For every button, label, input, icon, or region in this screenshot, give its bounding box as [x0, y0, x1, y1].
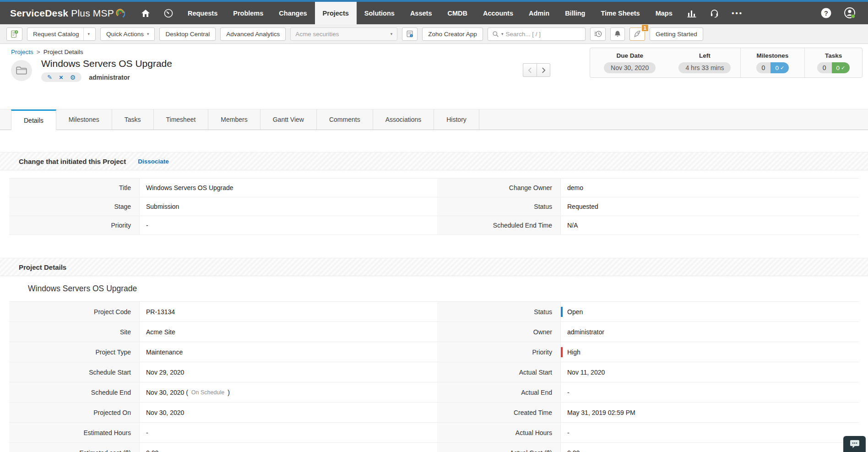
nav-item-solutions[interactable]: Solutions — [357, 2, 402, 24]
dissociate-link[interactable]: Dissociate — [138, 158, 169, 165]
tasks-counter[interactable]: 0 0✓ — [817, 62, 850, 73]
nav-item-assets[interactable]: Assets — [402, 2, 440, 24]
tab-associations[interactable]: Associations — [373, 109, 434, 130]
previous-record-button[interactable] — [523, 63, 537, 77]
table-row: Estimated Hours - — [9, 423, 437, 443]
clipboard-info-icon: i — [406, 30, 414, 38]
getting-started-button[interactable]: Getting Started — [650, 27, 703, 41]
time-left-value: 4 hrs 33 mins — [678, 62, 731, 73]
table-row: Priority - — [9, 216, 437, 235]
zoho-creator-app-button[interactable]: Zoho Creator App — [422, 27, 483, 41]
check-icon: ✓ — [780, 65, 784, 71]
tab-members[interactable]: Members — [208, 109, 260, 130]
chevron-down-icon: ▾ — [83, 28, 90, 40]
milestones-total: 0 — [756, 62, 771, 73]
record-pager — [523, 63, 550, 77]
field-value: Windows Servers OS Upgrade — [140, 179, 437, 197]
table-row: Actual Start Nov 11, 2020 — [437, 362, 859, 382]
global-search: ▾ — [488, 27, 586, 41]
desktop-central-button[interactable]: Desktop Central — [159, 27, 216, 41]
advanced-analytics-button[interactable]: Advanced Analytics — [220, 27, 286, 41]
field-value: High — [561, 342, 859, 362]
nav-item-projects[interactable]: Projects — [315, 2, 357, 24]
more-menu-icon[interactable]: ••• — [726, 2, 749, 24]
nav-item-requests[interactable]: Requests — [180, 2, 225, 24]
field-label: Owner — [437, 322, 561, 342]
field-value: demo — [561, 179, 859, 197]
new-request-button[interactable] — [6, 27, 22, 41]
user-avatar-icon[interactable] — [844, 7, 856, 19]
secondary-toolbar: Request Catalog ▾ Quick Actions ▾ Deskto… — [0, 24, 868, 44]
home-icon[interactable] — [134, 2, 157, 24]
field-value: Submission — [140, 197, 437, 216]
support-headset-icon[interactable] — [703, 2, 726, 24]
new-request-doc-icon — [10, 30, 19, 38]
tab-comments[interactable]: Comments — [317, 109, 373, 130]
tab-timesheet[interactable]: Timesheet — [154, 109, 209, 130]
live-chat-button[interactable] — [843, 436, 866, 452]
nav-item-cmdb[interactable]: CMDB — [439, 2, 475, 24]
breadcrumb-current: Project Details — [43, 49, 83, 55]
table-row: Owner administrator — [437, 322, 859, 342]
project-details-section-header: Project Details — [0, 258, 868, 276]
project-subtitle: Windows Servers OS Upgrade — [28, 284, 868, 294]
gear-icon[interactable]: ⚙ — [70, 74, 76, 81]
field-label: Status — [437, 197, 561, 216]
table-row: Schedule Start Nov 29, 2020 — [9, 362, 437, 382]
table-row: Scheduled End Time N/A — [437, 216, 859, 235]
quick-actions-button[interactable]: Quick Actions ▾ — [100, 27, 155, 41]
field-label: Actual Cost ($) — [437, 443, 561, 452]
tab-history[interactable]: History — [434, 109, 479, 130]
notifications-button[interactable] — [610, 27, 625, 41]
field-label: Stage — [9, 197, 140, 216]
nav-item-billing[interactable]: Billing — [557, 2, 593, 24]
field-label: Estimated Hours — [9, 423, 140, 442]
rocket-icon — [633, 30, 641, 38]
nav-item-problems[interactable]: Problems — [225, 2, 271, 24]
nav-item-accounts[interactable]: Accounts — [475, 2, 521, 24]
field-value: May 31, 2019 02:59 PM — [561, 403, 859, 422]
field-value: N/A — [561, 216, 859, 234]
dashboard-gauge-icon[interactable] — [157, 2, 180, 24]
table-row: Actual Cost ($) 0.00 — [437, 443, 859, 452]
milestones-counter[interactable]: 0 0✓ — [756, 62, 789, 73]
field-label: Project Code — [9, 302, 140, 321]
table-row: Change Owner demo — [437, 179, 859, 197]
field-label: Change Owner — [437, 179, 561, 197]
bell-icon — [614, 30, 621, 38]
close-icon[interactable]: × — [59, 74, 63, 81]
site-info-button[interactable]: i — [402, 27, 418, 41]
project-tabs: Details Milestones Tasks Timesheet Membe… — [0, 109, 868, 130]
table-row: Schedule End Nov 30, 2020 (On Schedule) — [9, 382, 437, 403]
nav-item-timesheets[interactable]: Time Sheets — [593, 2, 647, 24]
account-selector[interactable]: Acme securities ▾ — [290, 27, 397, 41]
top-navbar: ServiceDesk Plus MSP Requests Problems C… — [0, 2, 868, 24]
help-icon[interactable]: ? — [820, 7, 832, 19]
field-label: Scheduled End Time — [437, 216, 561, 234]
next-record-button[interactable] — [537, 63, 550, 77]
field-label: Actual Hours — [437, 423, 561, 442]
tab-milestones[interactable]: Milestones — [56, 109, 112, 130]
nav-item-maps[interactable]: Maps — [648, 2, 680, 24]
field-value: - — [561, 382, 859, 402]
tab-details[interactable]: Details — [11, 109, 56, 130]
search-input[interactable] — [505, 31, 580, 38]
milestones-label: Milestones — [756, 52, 788, 59]
project-header: Projects>Project Details Windows Servers… — [0, 44, 868, 95]
reports-chart-icon[interactable] — [680, 2, 703, 24]
breadcrumb-separator: > — [37, 49, 40, 55]
nav-item-changes[interactable]: Changes — [271, 2, 315, 24]
history-button[interactable] — [590, 27, 606, 41]
nav-item-admin[interactable]: Admin — [521, 2, 557, 24]
tab-tasks[interactable]: Tasks — [112, 109, 154, 130]
edit-pencil-icon[interactable]: ✎ — [47, 74, 52, 80]
breadcrumb-projects-link[interactable]: Projects — [11, 49, 33, 55]
request-catalog-button[interactable]: Request Catalog ▾ — [27, 27, 96, 41]
tab-gantt-view[interactable]: Gantt View — [260, 109, 317, 130]
field-value: 0.00 — [140, 443, 437, 452]
app-logo[interactable]: ServiceDesk Plus MSP — [0, 2, 134, 24]
priority-color-bar — [561, 347, 563, 357]
svg-text:i: i — [411, 34, 412, 37]
getting-started-rocket[interactable]: 1 — [629, 27, 645, 41]
field-label: Site — [9, 322, 140, 342]
